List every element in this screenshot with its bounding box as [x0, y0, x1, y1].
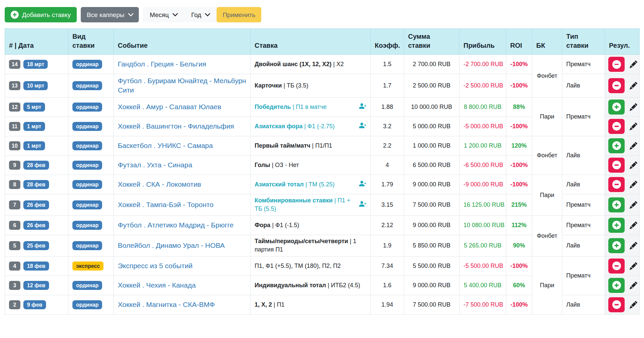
pencil-icon — [630, 201, 637, 209]
cell-profit: -2 500.00 RUB — [459, 74, 506, 98]
cell-bet: Таймы/периоды/сеты/четверти | 1 партия П… — [251, 235, 371, 256]
edit-button[interactable] — [630, 262, 637, 270]
cell-coefficient: 1.79 — [371, 175, 404, 194]
cell-roi: -100% — [506, 256, 532, 276]
cell-result — [605, 175, 640, 194]
result-toggle-button[interactable] — [608, 78, 625, 93]
row-number-badge: 3 — [9, 281, 20, 290]
roi-value: -100% — [510, 181, 528, 188]
plus-circle-icon — [612, 281, 621, 290]
cell-bet-kind: ординар — [68, 55, 114, 74]
year-dropdown-label: Год — [191, 12, 201, 18]
event-link[interactable]: Волейбол . Динамо Урал - НОВА — [118, 241, 225, 249]
apply-button[interactable]: Применить — [217, 7, 261, 22]
profit-amount: -2 700.00 RUB — [463, 61, 503, 67]
minus-circle-icon — [612, 122, 621, 131]
person-plus-icon[interactable] — [359, 103, 366, 112]
bet-mode-label: Лайв — [566, 82, 580, 89]
pencil-icon — [630, 142, 637, 150]
event-link[interactable]: Хоккей . Тампа-Бэй - Торонто — [118, 201, 214, 208]
bookmaker-name: Пари — [540, 192, 554, 198]
result-toggle-button[interactable] — [608, 158, 625, 173]
result-toggle-button[interactable] — [608, 197, 625, 212]
edit-button[interactable] — [630, 221, 637, 229]
bet-label: Двойной шанс (1X, 12, X2) | X2 — [255, 60, 366, 68]
result-toggle-button[interactable] — [608, 100, 625, 115]
cell-bet-mode: Прематч — [562, 55, 605, 74]
bet-label: Азиатская фора | Ф1 (-2.75) — [255, 122, 366, 131]
edit-button[interactable] — [630, 82, 637, 90]
cell-number-date: 101 мрт — [5, 136, 68, 155]
month-dropdown[interactable]: Месяц — [143, 7, 184, 22]
result-toggle-button[interactable] — [608, 218, 625, 233]
result-toggle-button[interactable] — [608, 238, 625, 253]
cell-bet: Азиатская фора | Ф1 (-2.75) — [251, 117, 371, 136]
event-link[interactable]: Хоккей . СКА - Локомотив — [118, 180, 201, 188]
person-plus-icon[interactable] — [359, 200, 366, 209]
event-link[interactable]: Хоккей . Вашингтон - Филадельфия — [118, 122, 234, 130]
result-toggle-button[interactable] — [608, 57, 625, 72]
event-link[interactable]: Экспресс из 5 событий — [118, 262, 193, 270]
edit-button[interactable] — [630, 181, 637, 188]
bet-mode-label: Лайв — [566, 242, 580, 249]
event-link[interactable]: Гандбол . Греция - Бельгия — [118, 60, 206, 68]
cell-coefficient: 1.94 — [371, 295, 404, 314]
event-link[interactable]: Футзал . Ухта - Синара — [118, 161, 192, 169]
year-dropdown[interactable]: Год — [184, 7, 217, 22]
person-plus-icon[interactable] — [359, 180, 366, 189]
event-link[interactable]: Футбол . Бурирам Юнайтед - Мельбурн Сити — [118, 77, 246, 94]
plus-circle-icon — [11, 11, 19, 19]
cell-event: Волейбол . Динамо Урал - НОВА — [114, 235, 251, 256]
edit-button[interactable] — [630, 201, 637, 209]
event-link[interactable]: Баскетбол . УНИКС - Самара — [118, 142, 213, 149]
event-link[interactable]: Хоккей . Магнитка - СКА-ВМФ — [118, 301, 215, 308]
cell-number-date: 312 фев — [5, 276, 68, 295]
event-link[interactable]: Хоккей . Амур - Салават Юлаев — [118, 103, 221, 111]
period-filters: Месяц Год Применить — [143, 7, 262, 22]
minus-circle-icon — [612, 300, 621, 309]
row-number-badge: 14 — [9, 60, 20, 69]
cell-event: Хоккей . Тампа-Бэй - Торонто — [114, 194, 251, 215]
result-toggle-button[interactable] — [608, 119, 625, 134]
cell-bet-mode: Прематч — [562, 215, 605, 235]
column-header-8: БК — [532, 29, 562, 55]
pencil-icon — [630, 181, 637, 188]
cell-bet-mode: Лайв — [562, 295, 605, 314]
cell-bookmaker: Фонбет — [532, 215, 562, 256]
edit-button[interactable] — [630, 301, 637, 309]
cell-number-date: 928 фев — [5, 155, 68, 175]
edit-button[interactable] — [630, 123, 637, 130]
add-bet-button[interactable]: Добавить ставку — [5, 7, 77, 22]
bet-mode-label: Лайв — [566, 152, 580, 159]
cell-stake: 9 000.00 RUB — [404, 215, 459, 235]
cell-number-date: 29 фев — [5, 295, 68, 314]
cell-stake: 7 500.00 RUB — [404, 194, 459, 215]
roi-value: -100% — [510, 162, 528, 168]
edit-button[interactable] — [630, 242, 637, 249]
cell-bet-kind: экспресс — [68, 256, 114, 276]
result-toggle-button[interactable] — [608, 297, 625, 312]
cell-bet-mode: Лайв — [562, 175, 605, 194]
edit-button[interactable] — [630, 103, 637, 111]
plus-circle-icon — [612, 200, 621, 209]
edit-button[interactable] — [630, 282, 637, 289]
edit-button[interactable] — [630, 161, 637, 169]
cell-coefficient: 1.9 — [371, 235, 404, 256]
event-link[interactable]: Хоккей . Чехия - Канада — [118, 281, 196, 289]
cell-coefficient: 7.34 — [371, 256, 404, 276]
event-link[interactable]: Футбол . Атлетико Мадрид - Брюгге — [118, 221, 234, 229]
cell-bet-kind: ординар — [68, 117, 114, 136]
cappers-dropdown[interactable]: Все капперы — [81, 7, 139, 22]
cell-result — [605, 136, 640, 155]
bet-kind-badge: ординар — [72, 81, 102, 90]
date-badge: 26 фев — [23, 221, 49, 230]
edit-button[interactable] — [630, 60, 637, 68]
result-toggle-button[interactable] — [608, 278, 625, 293]
result-toggle-button[interactable] — [608, 259, 625, 274]
result-toggle-button[interactable] — [608, 138, 625, 153]
person-plus-icon[interactable] — [359, 122, 366, 131]
edit-button[interactable] — [630, 142, 637, 150]
date-badge: 25 фев — [23, 241, 49, 250]
result-toggle-button[interactable] — [608, 177, 625, 192]
column-header-9: Тип ставки — [562, 29, 605, 55]
